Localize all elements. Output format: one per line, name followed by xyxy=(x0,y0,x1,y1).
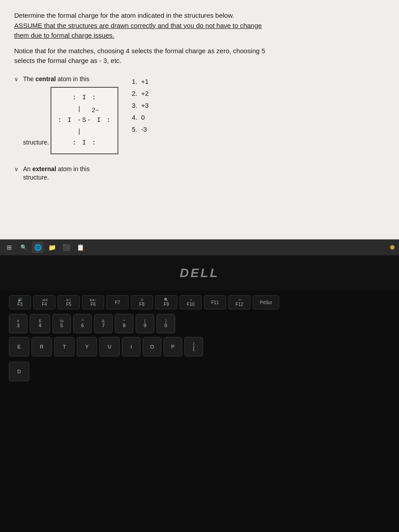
f5-key[interactable]: ▶‖ F5 xyxy=(58,295,80,309)
option-3[interactable]: 3. +3 xyxy=(132,102,149,109)
key-3[interactable]: # 3 xyxy=(9,314,27,333)
taskbar-search-icon[interactable]: 🔍 xyxy=(18,242,29,253)
left-panel: ∨ The central atom in thisstructure. : I… xyxy=(14,75,118,182)
taskbar-folder-icon[interactable]: 📁 xyxy=(46,242,58,253)
dell-logo: DELL xyxy=(180,266,219,280)
key-y[interactable]: Y xyxy=(77,337,97,356)
dell-logo-area: DELL xyxy=(0,255,399,291)
key-o[interactable]: O xyxy=(143,337,161,356)
options-panel: 1. +1 2. +2 3. +3 4. 0 5. -3 xyxy=(132,78,149,182)
taskbar-red-icon[interactable]: ⬛ xyxy=(60,242,72,253)
f4-key[interactable]: |◀◀ F4 xyxy=(33,295,55,309)
fkey-row: 🔊 F3 |◀◀ F4 ▶‖ F5 ▶▶| F6 F7 🖥 F8 🔍 F9 ☀ … xyxy=(9,295,390,309)
key-5[interactable]: % 5 xyxy=(52,314,71,333)
taskbar-app-icon[interactable]: 📋 xyxy=(74,242,86,253)
key-4[interactable]: $ 4 xyxy=(30,314,50,333)
key-9[interactable]: ( 9 xyxy=(136,314,154,333)
key-r[interactable]: R xyxy=(31,337,52,356)
key-7[interactable]: & 7 xyxy=(94,314,113,333)
option-5[interactable]: 5. -3 xyxy=(132,125,149,133)
chevron1-icon[interactable]: ∨ xyxy=(14,76,19,82)
bottom-row: D xyxy=(9,362,390,381)
key-p[interactable]: P xyxy=(164,337,182,356)
option-1[interactable]: 1. +1 xyxy=(132,78,149,85)
f3-key[interactable]: 🔊 F3 xyxy=(9,295,31,309)
lewis-structure-box: : I : | : I ‑S‑ I : | : I : xyxy=(51,87,118,154)
f12-key[interactable]: ⚙ F12 xyxy=(228,295,250,309)
instruction-text: Determine the formal charge for the atom… xyxy=(14,11,385,41)
question1-row: ∨ The central atom in thisstructure. : I… xyxy=(14,75,118,154)
charge-label: 2− xyxy=(92,106,99,113)
f9-key[interactable]: 🔍 F9 xyxy=(155,295,177,309)
notice-text: Notice that for the matches, choosing 4 … xyxy=(14,46,385,66)
f10-key[interactable]: ☀ F10 xyxy=(180,295,202,309)
question-area: ∨ The central atom in thisstructure. : I… xyxy=(14,75,385,182)
f7-key[interactable]: F7 xyxy=(106,295,129,309)
chevron2-icon[interactable]: ∨ xyxy=(14,166,19,172)
f8-key[interactable]: 🖥 F8 xyxy=(131,295,153,309)
key-e[interactable]: E xyxy=(9,337,29,356)
taskbar: ⊞ 🔍 🌐 📁 ⬛ 📋 xyxy=(0,239,399,255)
option-4[interactable]: 4. 0 xyxy=(132,113,149,121)
question2-text: An external atom in thisstructure. xyxy=(23,165,90,182)
keyboard-area: 🔊 F3 |◀◀ F4 ▶‖ F5 ▶▶| F6 F7 🖥 F8 🔍 F9 ☀ … xyxy=(0,291,399,532)
question1-text: The central atom in thisstructure. : I :… xyxy=(23,75,118,154)
taskbar-indicator xyxy=(390,245,395,250)
key-d[interactable]: D xyxy=(9,362,29,381)
key-6[interactable]: ^ 6 xyxy=(73,314,92,333)
f11-key[interactable]: F11 xyxy=(204,295,226,309)
key-lbrace[interactable]: { [ xyxy=(184,337,203,356)
prtscr-key[interactable]: PrtScr xyxy=(253,295,279,309)
key-0[interactable]: ) 0 xyxy=(156,314,175,333)
key-8[interactable]: * 8 xyxy=(115,314,133,333)
taskbar-browser-icon[interactable]: 🌐 xyxy=(32,242,43,253)
qwerty-row: E R T Y U I O P { [ xyxy=(9,337,390,356)
key-u[interactable]: U xyxy=(99,337,120,356)
number-row: # 3 $ 4 % 5 ^ 6 & 7 * 8 ( 9 ) 0 xyxy=(9,314,390,333)
key-i[interactable]: I xyxy=(122,337,141,356)
f6-key[interactable]: ▶▶| F6 xyxy=(82,295,104,309)
taskbar-start-icon[interactable]: ⊞ xyxy=(4,242,15,253)
option-2[interactable]: 2. +2 xyxy=(132,90,149,97)
screen-content: Determine the formal charge for the atom… xyxy=(0,0,399,239)
question2-row: ∨ An external atom in thisstructure. xyxy=(14,165,118,182)
key-t[interactable]: T xyxy=(54,337,74,356)
